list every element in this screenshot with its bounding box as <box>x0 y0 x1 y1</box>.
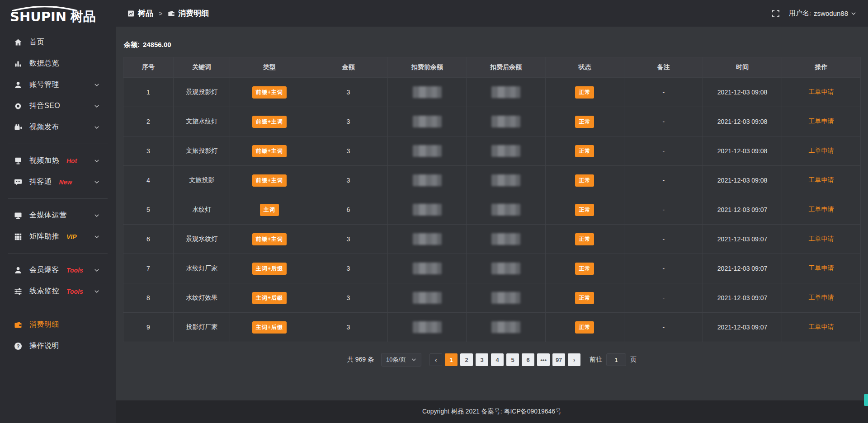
cell-time: 2021-12-03 09:07 <box>703 225 782 254</box>
column-header: 时间 <box>703 57 782 78</box>
page-size-select[interactable]: 10条/页 <box>381 353 421 367</box>
user-icon <box>14 80 23 89</box>
ticket-apply-link[interactable]: 工单申请 <box>808 176 834 183</box>
ticket-apply-link[interactable]: 工单申请 <box>808 294 834 301</box>
cell-time: 2021-12-03 09:08 <box>703 107 782 136</box>
ticket-apply-link[interactable]: 工单申请 <box>808 264 834 272</box>
sidebar-item-operation-guide[interactable]: ?操作说明 <box>0 335 116 357</box>
page-button-3[interactable]: 3 <box>476 353 488 366</box>
cell-balance-before <box>388 283 467 313</box>
redacted-balance-after <box>491 233 520 245</box>
cell-keyword: 景观水纹灯 <box>173 225 230 254</box>
user-icon <box>14 266 23 275</box>
page-button-2[interactable]: 2 <box>460 353 473 366</box>
floating-widget[interactable] <box>864 394 868 406</box>
sidebar-item-lead-monitor[interactable]: 线索监控Tools <box>0 281 116 302</box>
page-button-4[interactable]: 4 <box>491 353 504 366</box>
cell-index: 9 <box>123 313 174 342</box>
cell-time: 2021-12-03 09:07 <box>703 195 782 225</box>
chevdown-icon <box>94 179 100 185</box>
goto-page-input[interactable] <box>606 353 626 366</box>
status-badge: 正常 <box>575 116 594 128</box>
prev-page-button[interactable]: ‹ <box>429 353 442 366</box>
breadcrumb-site[interactable]: 树品 <box>127 8 153 19</box>
topbar: 树品>消费明细 用户名: zswodun88 <box>116 0 868 27</box>
sidebar-item-account-management[interactable]: 账号管理 <box>0 74 116 95</box>
goto-unit-label: 页 <box>630 356 637 364</box>
breadcrumb-label: 树品 <box>138 8 153 19</box>
sidebar-item-tag: Tools <box>66 288 83 295</box>
type-badge: 主词+后缀 <box>252 292 287 304</box>
cell-amount: 3 <box>309 107 387 136</box>
redacted-balance-before <box>413 145 442 157</box>
gear-icon <box>14 102 23 111</box>
sidebar-item-douketong[interactable]: 抖客通New <box>0 171 116 193</box>
ticket-apply-link[interactable]: 工单申请 <box>808 118 834 125</box>
user-menu[interactable]: 用户名: zswodun88 <box>789 9 856 18</box>
cell-status: 正常 <box>545 166 624 195</box>
sidebar-item-label: 抖音SEO <box>29 101 60 111</box>
sidebar-item-data-overview[interactable]: 数据总览 <box>0 53 116 74</box>
sidebar-item-member-burst[interactable]: 会员爆客Tools <box>0 259 116 281</box>
chevdown-icon <box>94 288 100 295</box>
cell-amount: 3 <box>309 225 387 254</box>
cell-action: 工单申请 <box>782 283 860 313</box>
sidebar-item-all-media-operation[interactable]: 全媒体运营 <box>0 205 116 226</box>
cell-remark: - <box>624 136 703 166</box>
sidebar-item-consumption-detail[interactable]: 消费明细 <box>0 314 116 335</box>
sidebar-item-video-publish[interactable]: 视频发布 <box>0 117 116 138</box>
brand-logo[interactable]: SHUPIN 树品 <box>0 0 116 24</box>
type-badge: 主词+后缀 <box>252 263 287 275</box>
sliders-icon <box>14 287 23 296</box>
sidebar-item-video-heat[interactable]: 视频加热Hot <box>0 150 116 171</box>
cell-balance-before <box>388 136 467 166</box>
page-button-1[interactable]: 1 <box>445 353 458 366</box>
next-page-button[interactable]: › <box>568 353 580 366</box>
cell-time: 2021-12-03 09:07 <box>703 283 782 313</box>
logo-arc-decoration <box>10 6 79 11</box>
more-pages-button[interactable]: ••• <box>537 353 550 366</box>
sidebar-item-home[interactable]: 首页 <box>0 32 116 53</box>
type-badge: 前缀+主词 <box>252 233 287 245</box>
cell-balance-after <box>467 283 545 313</box>
cell-keyword: 水纹灯厂家 <box>173 254 230 283</box>
ticket-apply-link[interactable]: 工单申请 <box>808 88 834 95</box>
cell-type: 前缀+主词 <box>230 78 309 107</box>
cell-action: 工单申请 <box>782 78 860 107</box>
breadcrumb-consumption-detail[interactable]: 消费明细 <box>168 8 209 19</box>
cell-type: 前缀+主词 <box>230 107 309 136</box>
sidebar-item-douyin-seo[interactable]: 抖音SEO <box>0 95 116 117</box>
page-button-6[interactable]: 6 <box>522 353 534 366</box>
sidebar-divider <box>8 253 108 254</box>
balance-row: 余额:24856.00 <box>124 41 860 49</box>
topbar-right: 用户名: zswodun88 <box>772 9 856 18</box>
cell-status: 正常 <box>545 313 624 342</box>
sidebar-item-matrix-boost[interactable]: 矩阵助推VIP <box>0 226 116 247</box>
sidebar-item-label: 账号管理 <box>29 80 59 89</box>
table-row: 4 文旅投影 前缀+主词 3 正常 - 2021-12-03 09:08 工单申… <box>123 166 861 195</box>
cell-amount: 6 <box>309 195 387 225</box>
cell-index: 3 <box>123 136 174 166</box>
cell-balance-after <box>467 107 545 136</box>
sidebar-item-label: 矩阵助推 <box>29 232 59 241</box>
breadcrumb-separator: > <box>159 10 162 17</box>
ticket-apply-link[interactable]: 工单申请 <box>808 147 834 154</box>
page-button-97[interactable]: 97 <box>552 353 565 366</box>
video-icon <box>14 123 23 132</box>
chevron-down-icon <box>851 11 856 16</box>
question-icon: ? <box>14 342 23 351</box>
cell-remark: - <box>624 78 703 107</box>
ticket-apply-link[interactable]: 工单申请 <box>808 235 834 242</box>
ticket-apply-link[interactable]: 工单申请 <box>808 323 834 330</box>
fullscreen-icon[interactable] <box>772 9 780 18</box>
page-button-5[interactable]: 5 <box>506 353 519 366</box>
ticket-apply-link[interactable]: 工单申请 <box>808 206 834 213</box>
cell-type: 主词+后缀 <box>230 313 309 342</box>
cell-type: 主词+后缀 <box>230 283 309 313</box>
redacted-balance-after <box>491 292 520 304</box>
status-badge: 正常 <box>575 145 594 157</box>
cell-status: 正常 <box>545 107 624 136</box>
site-icon <box>127 10 135 17</box>
cell-keyword: 水纹灯 <box>173 195 230 225</box>
cell-action: 工单申请 <box>782 107 860 136</box>
